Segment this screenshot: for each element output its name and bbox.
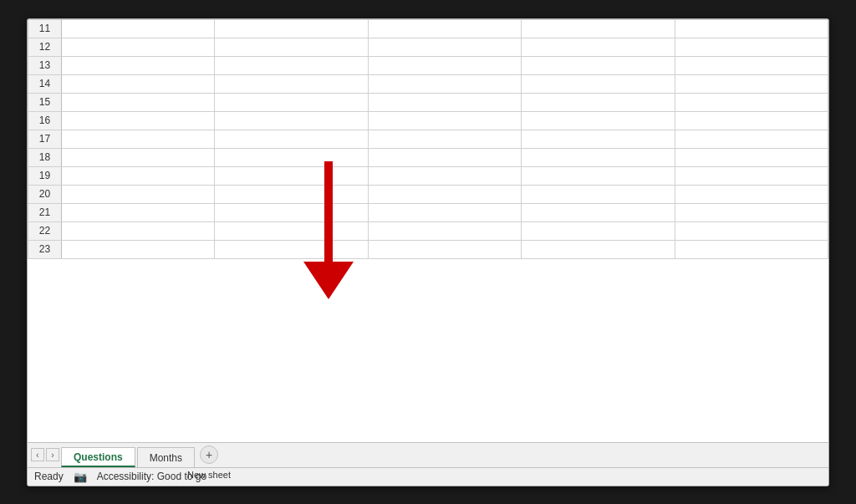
cell[interactable]	[522, 166, 675, 185]
cell[interactable]	[62, 74, 215, 93]
row-header: 17	[28, 130, 62, 148]
table-row: 21	[28, 203, 828, 221]
cell[interactable]	[62, 203, 215, 221]
cell[interactable]	[675, 19, 828, 38]
cell[interactable]	[215, 74, 368, 93]
cell[interactable]	[368, 240, 521, 258]
cell[interactable]	[675, 148, 828, 166]
cell[interactable]	[368, 130, 521, 148]
cell[interactable]	[675, 56, 828, 74]
cell[interactable]	[215, 221, 368, 240]
table-row: 18	[28, 148, 828, 166]
cell[interactable]	[368, 56, 521, 74]
cell[interactable]	[675, 38, 828, 56]
row-header: 22	[28, 221, 62, 240]
cell[interactable]	[215, 130, 368, 148]
cell[interactable]	[62, 38, 215, 56]
cell[interactable]	[675, 93, 828, 111]
plus-icon: +	[206, 448, 212, 461]
cell[interactable]	[675, 240, 828, 258]
cell[interactable]	[62, 111, 215, 130]
excel-window: 11121314151617181920212223 ‹ › Questions…	[27, 18, 829, 486]
cell[interactable]	[675, 203, 828, 221]
cell[interactable]	[368, 166, 521, 185]
cell[interactable]	[522, 74, 675, 93]
table-row: 22	[28, 221, 828, 240]
cell[interactable]	[522, 203, 675, 221]
cell[interactable]	[215, 203, 368, 221]
cell[interactable]	[522, 221, 675, 240]
sheet-tab-months[interactable]: Months	[137, 447, 195, 467]
cell[interactable]	[368, 111, 521, 130]
cell[interactable]	[675, 185, 828, 203]
cell[interactable]	[522, 148, 675, 166]
table-row: 14	[28, 74, 828, 93]
cell[interactable]	[368, 203, 521, 221]
cell[interactable]	[62, 166, 215, 185]
cell[interactable]	[215, 185, 368, 203]
row-header: 19	[28, 166, 62, 185]
camera-icon: 📷	[74, 471, 87, 483]
cell[interactable]	[522, 111, 675, 130]
cell[interactable]	[62, 221, 215, 240]
cell[interactable]	[675, 111, 828, 130]
cell[interactable]	[215, 240, 368, 258]
table-row: 19	[28, 166, 828, 185]
cell[interactable]	[522, 38, 675, 56]
cell[interactable]	[368, 221, 521, 240]
row-header: 15	[28, 93, 62, 111]
cell[interactable]	[215, 111, 368, 130]
row-header: 11	[28, 19, 62, 38]
cell[interactable]	[522, 130, 675, 148]
cell[interactable]	[522, 185, 675, 203]
svg-marker-1	[303, 262, 354, 299]
table-row: 20	[28, 185, 828, 203]
table-row: 15	[28, 93, 828, 111]
cell[interactable]	[215, 93, 368, 111]
spreadsheet-table: 11121314151617181920212223	[28, 19, 828, 259]
grid-area: 11121314151617181920212223	[28, 19, 828, 442]
cell[interactable]	[368, 148, 521, 166]
cell[interactable]	[675, 166, 828, 185]
cell[interactable]	[522, 240, 675, 258]
row-header: 20	[28, 185, 62, 203]
cell[interactable]	[522, 19, 675, 38]
new-sheet-tooltip: New sheet	[187, 470, 231, 480]
row-header: 21	[28, 203, 62, 221]
cell[interactable]	[675, 130, 828, 148]
cell[interactable]	[215, 38, 368, 56]
cell[interactable]	[62, 93, 215, 111]
row-header: 13	[28, 56, 62, 74]
cell[interactable]	[368, 185, 521, 203]
cell[interactable]	[215, 148, 368, 166]
cell[interactable]	[522, 56, 675, 74]
cell[interactable]	[368, 93, 521, 111]
cell[interactable]	[215, 56, 368, 74]
cell[interactable]	[215, 166, 368, 185]
status-ready: Ready	[34, 471, 64, 482]
cell[interactable]	[62, 148, 215, 166]
cell[interactable]	[368, 74, 521, 93]
cell[interactable]	[62, 185, 215, 203]
cell[interactable]	[522, 93, 675, 111]
cell[interactable]	[62, 130, 215, 148]
sheet-tab-questions[interactable]: Questions	[61, 447, 135, 467]
cell[interactable]	[215, 19, 368, 38]
cell[interactable]	[368, 38, 521, 56]
cell[interactable]	[675, 74, 828, 93]
nav-prev-button[interactable]: ‹	[31, 448, 44, 461]
row-header: 18	[28, 148, 62, 166]
sheet-tabs-bar: ‹ › Questions Months + New sheet	[28, 442, 828, 467]
cell[interactable]	[62, 56, 215, 74]
table-row: 12	[28, 38, 828, 56]
table-row: 11	[28, 19, 828, 38]
cell[interactable]	[675, 221, 828, 240]
new-sheet-button[interactable]: + New sheet	[200, 445, 218, 464]
nav-next-button[interactable]: ›	[46, 448, 59, 461]
cell[interactable]	[62, 19, 215, 38]
cell[interactable]	[62, 240, 215, 258]
table-row: 16	[28, 111, 828, 130]
status-bar: Ready 📷 Accessibility: Good to go	[28, 467, 828, 486]
table-row: 17	[28, 130, 828, 148]
cell[interactable]	[368, 19, 521, 38]
